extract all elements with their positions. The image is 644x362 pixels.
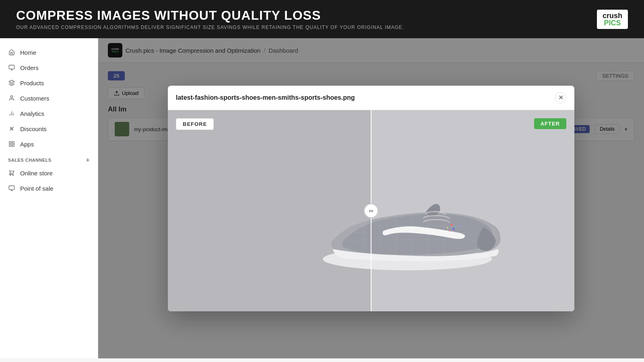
svg-point-24 — [449, 230, 450, 232]
svg-rect-0 — [9, 65, 14, 69]
add-sales-channel-icon[interactable]: + — [86, 156, 90, 164]
sidebar-item-pos[interactable]: Point of sale — [0, 181, 98, 196]
divider-handle[interactable]: ⇔ — [364, 204, 378, 218]
after-label: AFTER — [534, 118, 566, 129]
content-area: crush PICS Crush.pics - Image Compressio… — [98, 38, 644, 358]
logo-crush-text: crush — [603, 12, 622, 19]
apps-icon — [8, 140, 15, 148]
top-banner: COMPRESS IMAGES WITHOUT QUALITY LOSS OUR… — [0, 0, 644, 38]
svg-point-23 — [459, 225, 460, 227]
main-layout: Home Orders Products Customers Analytics — [0, 38, 644, 358]
modal-header: latest-fashion-sports-shoes-men-smiths-s… — [168, 86, 574, 110]
sidebar-home-label: Home — [20, 49, 36, 56]
sidebar-apps-label: Apps — [20, 141, 34, 148]
svg-point-4 — [10, 96, 12, 98]
modal-close-button[interactable]: ✕ — [555, 92, 566, 103]
sidebar-item-home[interactable]: Home — [0, 45, 98, 60]
pos-icon — [8, 185, 15, 192]
svg-point-20 — [450, 224, 453, 226]
sidebar-item-discounts[interactable]: Discounts — [0, 121, 98, 136]
svg-point-25 — [452, 228, 455, 230]
customers-icon — [8, 95, 15, 102]
sidebar-item-products[interactable]: Products — [0, 75, 98, 90]
sidebar-customers-label: Customers — [20, 95, 50, 102]
before-label: BEFORE — [176, 118, 214, 130]
sales-channels-title: SALES CHANNELS — [8, 158, 52, 162]
sidebar-pos-label: Point of sale — [20, 185, 54, 192]
banner-subtitle: OUR ADVANCED COMPRESSION ALGORITHMS DELI… — [16, 25, 404, 30]
banner-left: COMPRESS IMAGES WITHOUT QUALITY LOSS OUR… — [16, 8, 404, 30]
sidebar-analytics-label: Analytics — [20, 110, 44, 117]
svg-rect-12 — [12, 142, 14, 144]
svg-point-21 — [455, 226, 456, 228]
crush-logo: crush PICS — [597, 10, 628, 29]
svg-rect-11 — [9, 142, 11, 144]
sidebar-item-apps[interactable]: Apps — [0, 136, 98, 152]
sidebar-item-online-store[interactable]: Online store — [0, 165, 98, 181]
modal-title: latest-fashion-sports-shoes-men-smiths-s… — [176, 94, 355, 101]
svg-rect-14 — [9, 144, 11, 146]
shoe-svg — [311, 146, 512, 275]
discounts-icon — [8, 125, 15, 132]
online-store-icon — [8, 169, 15, 177]
modal: latest-fashion-sports-shoes-men-smiths-s… — [168, 86, 574, 311]
svg-rect-13 — [12, 144, 14, 146]
sidebar-discounts-label: Discounts — [20, 125, 47, 132]
logo-pics-text: PICS — [604, 19, 621, 27]
before-after-container: BEFORE AFTER ⇔ — [168, 110, 574, 311]
sidebar-item-customers[interactable]: Customers — [0, 90, 98, 106]
shoe-image — [311, 146, 512, 275]
svg-point-9 — [12, 129, 13, 130]
sidebar-item-analytics[interactable]: Analytics — [0, 106, 98, 121]
modal-body: BEFORE AFTER ⇔ — [168, 110, 574, 311]
sidebar-orders-label: Orders — [20, 64, 39, 71]
svg-point-8 — [10, 128, 12, 129]
svg-marker-3 — [9, 80, 14, 83]
products-icon — [8, 79, 15, 86]
orders-icon — [8, 64, 15, 71]
sales-channels-section: SALES CHANNELS + — [0, 152, 98, 165]
svg-rect-15 — [9, 186, 14, 189]
analytics-icon — [8, 110, 15, 117]
sidebar: Home Orders Products Customers Analytics — [0, 38, 98, 358]
sidebar-online-store-label: Online store — [20, 170, 53, 177]
drag-icon: ⇔ — [369, 208, 374, 214]
banner-title: COMPRESS IMAGES WITHOUT QUALITY LOSS — [16, 8, 404, 23]
sidebar-item-orders[interactable]: Orders — [0, 60, 98, 75]
svg-point-22 — [447, 227, 448, 228]
home-icon — [8, 49, 15, 56]
modal-overlay: latest-fashion-sports-shoes-men-smiths-s… — [98, 38, 644, 358]
sidebar-products-label: Products — [20, 80, 44, 86]
